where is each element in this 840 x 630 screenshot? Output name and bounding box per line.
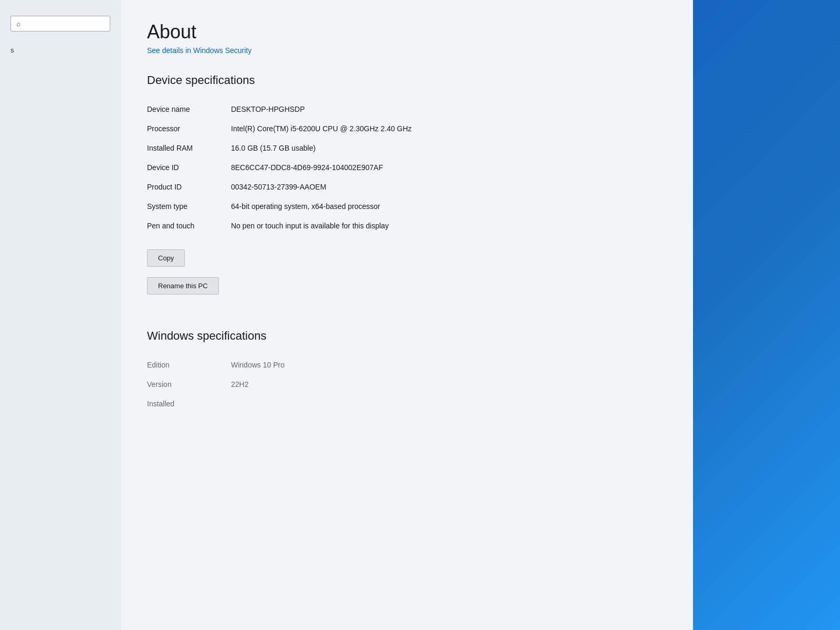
search-box[interactable]: ⌕: [10, 16, 110, 32]
device-specs-title: Device specifications: [147, 74, 662, 87]
windows-specs-title: Windows specifications: [147, 329, 662, 343]
search-icon: ⌕: [16, 19, 20, 28]
win-spec-label-2: Installed: [147, 394, 231, 414]
windows-specs-table: Edition Windows 10 Pro Version 22H2 Inst…: [147, 355, 662, 414]
spec-label-3: Device ID: [147, 158, 231, 177]
device-spec-row: Installed RAM 16.0 GB (15.7 GB usable): [147, 139, 662, 158]
right-background: [693, 0, 840, 630]
main-content: About See details in Windows Security De…: [121, 0, 693, 630]
win-spec-value-1: 22H2: [231, 375, 662, 394]
spec-value-3: 8EC6CC47-DDC8-4D69-9924-104002E907AF: [231, 158, 662, 177]
page-title: About: [147, 21, 662, 43]
spec-value-5: 64-bit operating system, x64-based proce…: [231, 197, 662, 216]
win-spec-value-2: [231, 394, 662, 414]
sidebar-label: s: [0, 42, 121, 58]
device-spec-row: Product ID 00342-50713-27399-AAOEM: [147, 177, 662, 197]
win-spec-label-1: Version: [147, 375, 231, 394]
device-specs-table: Device name DESKTOP-HPGHSDP Processor In…: [147, 100, 662, 236]
sidebar: ⌕ s: [0, 0, 121, 630]
device-spec-row: Pen and touch No pen or touch input is a…: [147, 216, 662, 236]
device-spec-row: Processor Intel(R) Core(TM) i5-6200U CPU…: [147, 119, 662, 139]
spec-label-5: System type: [147, 197, 231, 216]
copy-button[interactable]: Copy: [147, 249, 185, 267]
device-spec-row: System type 64-bit operating system, x64…: [147, 197, 662, 216]
win-spec-value-0: Windows 10 Pro: [231, 355, 662, 375]
spec-label-2: Installed RAM: [147, 139, 231, 158]
spec-value-2: 16.0 GB (15.7 GB usable): [231, 139, 662, 158]
windows-spec-row: Edition Windows 10 Pro: [147, 355, 662, 375]
spec-value-6: No pen or touch input is available for t…: [231, 216, 662, 236]
spec-value-4: 00342-50713-27399-AAOEM: [231, 177, 662, 197]
spec-label-0: Device name: [147, 100, 231, 119]
device-spec-row: Device ID 8EC6CC47-DDC8-4D69-9924-104002…: [147, 158, 662, 177]
rename-button[interactable]: Rename this PC: [147, 277, 219, 295]
win-spec-label-0: Edition: [147, 355, 231, 375]
spec-label-4: Product ID: [147, 177, 231, 197]
spec-label-6: Pen and touch: [147, 216, 231, 236]
spec-value-1: Intel(R) Core(TM) i5-6200U CPU @ 2.30GHz…: [231, 119, 662, 139]
spec-value-0: DESKTOP-HPGHSDP: [231, 100, 662, 119]
device-spec-row: Device name DESKTOP-HPGHSDP: [147, 100, 662, 119]
windows-spec-row: Installed: [147, 394, 662, 414]
windows-spec-row: Version 22H2: [147, 375, 662, 394]
spec-label-1: Processor: [147, 119, 231, 139]
windows-security-link[interactable]: See details in Windows Security: [147, 46, 662, 55]
